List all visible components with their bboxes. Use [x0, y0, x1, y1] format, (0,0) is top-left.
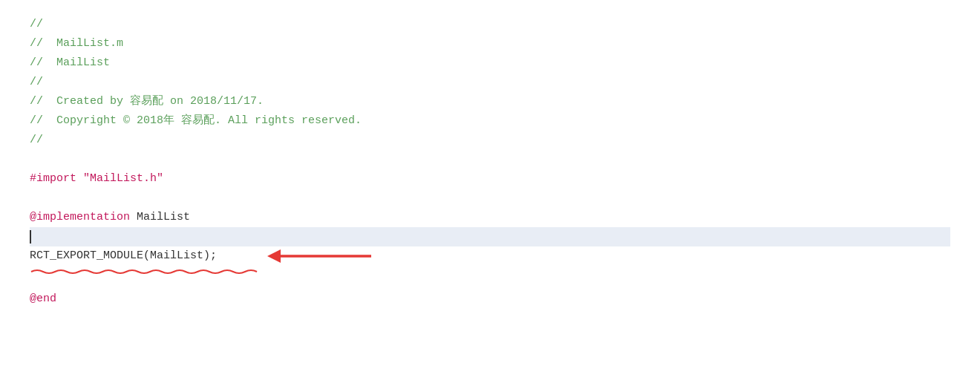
code-line-import: #import "MailList.h" [30, 169, 950, 189]
import-keyword: #import [30, 170, 76, 188]
comment-text: // [30, 73, 43, 91]
code-line-1: // [30, 15, 950, 34]
code-line-rct: RCT_EXPORT_MODULE(MailList); [30, 246, 950, 266]
rct-export-text: RCT_EXPORT_MODULE(MailList); [30, 247, 217, 265]
code-line-4: // [30, 73, 950, 92]
code-line-7: // [30, 131, 950, 150]
implementation-keyword: @implementation [30, 209, 130, 226]
comment-text: // MailList [30, 54, 110, 72]
code-line-cursor [30, 227, 950, 246]
code-line-5: // Created by 容易配 on 2018/11/17. [30, 92, 950, 111]
code-line-2: // MailList.m [30, 34, 950, 53]
comment-text: // [30, 131, 43, 149]
code-line-implementation: @implementation MailList [30, 208, 950, 227]
import-string: "MailList.h" [76, 170, 163, 188]
code-line-3: // MailList [30, 53, 950, 73]
implementation-name: MailList [130, 209, 190, 226]
squiggle-container [30, 264, 950, 270]
text-cursor [30, 230, 31, 243]
comment-text: // [30, 16, 43, 33]
svg-marker-1 [267, 249, 281, 263]
end-keyword: @end [30, 290, 56, 308]
code-line-blank-2 [30, 189, 950, 208]
comment-copyright: // Copyright © 2018年 容易配. All rights res… [30, 112, 362, 130]
code-line-blank-1 [30, 150, 950, 169]
comment-text: // MailList.m [30, 35, 123, 53]
code-line-6: // Copyright © 2018年 容易配. All rights res… [30, 111, 950, 131]
squiggle-underline [30, 268, 260, 275]
code-line-end: @end [30, 290, 950, 309]
code-editor: // // MailList.m // MailList // // Creat… [0, 0, 980, 324]
comment-created: // Created by 容易配 on 2018/11/17. [30, 93, 264, 111]
